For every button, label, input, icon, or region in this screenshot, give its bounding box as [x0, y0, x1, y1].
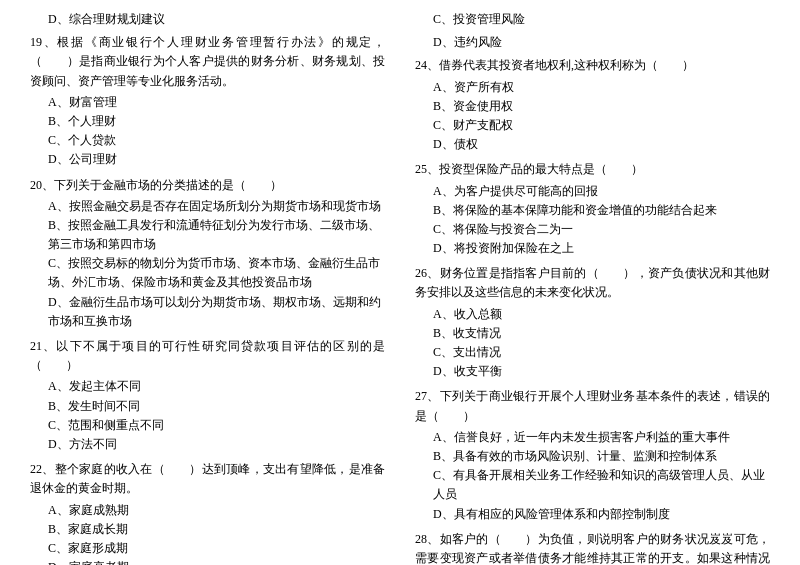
q25-option-d: D、将投资附加保险在之上 [415, 239, 770, 258]
question-20: 20、下列关于金融市场的分类描述的是（ ） A、按照金融交易是否存在固定场所划分… [30, 176, 385, 332]
q21-option-d: D、方法不同 [30, 435, 385, 454]
right-column: C、投资管理风险 D、违约风险 24、借券代表其投资者地权利,这种权利称为（ ）… [400, 10, 770, 565]
q22-option-b: B、家庭成长期 [30, 520, 385, 539]
q24-option-d: D、债权 [415, 135, 770, 154]
question-27: 27、下列关于商业银行开展个人理财业务基本条件的表述，错误的是（ ） A、信誉良… [415, 387, 770, 523]
question-24-text: 24、借券代表其投资者地权利,这种权利称为（ ） [415, 56, 770, 75]
question-26-text: 26、财务位置是指指客户目前的（ ），资产负债状况和其他财务安排以及这些信息的未… [415, 264, 770, 302]
left-column: D、综合理财规划建议 19、根据《商业银行个人理财业务管理暂行办法》的规定，（ … [30, 10, 400, 565]
q21-option-b: B、发生时间不同 [30, 397, 385, 416]
question-24: 24、借券代表其投资者地权利,这种权利称为（ ） A、资产所有权 B、资金使用权… [415, 56, 770, 154]
q27-option-c: C、有具备开展相关业务工作经验和知识的高级管理人员、从业人员 [415, 466, 770, 504]
q24-option-a: A、资产所有权 [415, 78, 770, 97]
question-19: 19、根据《商业银行个人理财业务管理暂行办法》的规定，（ ）是指商业银行为个人客… [30, 33, 385, 169]
q20-option-d: D、金融衍生品市场可以划分为期货市场、期权市场、远期和约市场和互换市场 [30, 293, 385, 331]
q26-option-a: A、收入总额 [415, 305, 770, 324]
question-27-text: 27、下列关于商业银行开展个人理财业务基本条件的表述，错误的是（ ） [415, 387, 770, 425]
page-content: D、综合理财规划建议 19、根据《商业银行个人理财业务管理暂行办法》的规定，（ … [30, 10, 770, 565]
q25-option-c: C、将保险与投资合二为一 [415, 220, 770, 239]
q26-option-d: D、收支平衡 [415, 362, 770, 381]
q26-option-b: B、收支情况 [415, 324, 770, 343]
question-26: 26、财务位置是指指客户目前的（ ），资产负债状况和其他财务安排以及这些信息的未… [415, 264, 770, 381]
q24-option-b: B、资金使用权 [415, 97, 770, 116]
q22-option-c: C、家庭形成期 [30, 539, 385, 558]
question-28: 28、如客户的（ ）为负值，则说明客户的财务状况岌岌可危，需要变现资产或者举借债… [415, 530, 770, 565]
d2-option-text: D、违约风险 [415, 33, 770, 52]
q19-option-d: D、公司理财 [30, 150, 385, 169]
question-20-text: 20、下列关于金融市场的分类描述的是（ ） [30, 176, 385, 195]
q20-option-a: A、按照金融交易是否存在固定场所划分为期货市场和现货市场 [30, 197, 385, 216]
top-c-option: C、投资管理风险 [415, 10, 770, 29]
question-28-text: 28、如客户的（ ）为负值，则说明客户的财务状况岌岌可危，需要变现资产或者举借债… [415, 530, 770, 565]
option-text: D、综合理财规划建议 [30, 10, 385, 29]
c-option-text: C、投资管理风险 [415, 10, 770, 29]
question-19-text: 19、根据《商业银行个人理财业务管理暂行办法》的规定，（ ）是指商业银行为个人客… [30, 33, 385, 91]
q19-option-b: B、个人理财 [30, 112, 385, 131]
q25-option-b: B、将保险的基本保障功能和资金增值的功能结合起来 [415, 201, 770, 220]
q27-option-b: B、具备有效的市场风险识别、计量、监测和控制体系 [415, 447, 770, 466]
two-column-layout: D、综合理财规划建议 19、根据《商业银行个人理财业务管理暂行办法》的规定，（ … [30, 10, 770, 565]
q27-option-a: A、信誉良好，近一年内未发生损害客户利益的重大事件 [415, 428, 770, 447]
question-21: 21、以下不属于项目的可行性研究同贷款项目评估的区别的是（ ） A、发起主体不同… [30, 337, 385, 454]
q22-option-a: A、家庭成熟期 [30, 501, 385, 520]
q19-option-a: A、财富管理 [30, 93, 385, 112]
q21-option-c: C、范围和侧重点不同 [30, 416, 385, 435]
question-21-text: 21、以下不属于项目的可行性研究同贷款项目评估的区别的是（ ） [30, 337, 385, 375]
q21-option-a: A、发起主体不同 [30, 377, 385, 396]
top-d-option: D、综合理财规划建议 [30, 10, 385, 29]
q22-option-d: D、家庭衰老期 [30, 558, 385, 565]
question-25-text: 25、投资型保险产品的最大特点是（ ） [415, 160, 770, 179]
question-22: 22、整个家庭的收入在（ ）达到顶峰，支出有望降低，是准备退休金的黄金时期。 A… [30, 460, 385, 565]
question-22-text: 22、整个家庭的收入在（ ）达到顶峰，支出有望降低，是准备退休金的黄金时期。 [30, 460, 385, 498]
q24-option-c: C、财产支配权 [415, 116, 770, 135]
q25-option-a: A、为客户提供尽可能高的回报 [415, 182, 770, 201]
q26-option-c: C、支出情况 [415, 343, 770, 362]
q19-option-c: C、个人贷款 [30, 131, 385, 150]
q27-option-d: D、具有相应的风险管理体系和内部控制制度 [415, 505, 770, 524]
question-25: 25、投资型保险产品的最大特点是（ ） A、为客户提供尽可能高的回报 B、将保险… [415, 160, 770, 258]
q20-option-b: B、按照金融工具发行和流通特征划分为发行市场、二级市场、第三市场和第四市场 [30, 216, 385, 254]
top-d2-option: D、违约风险 [415, 33, 770, 52]
q20-option-c: C、按照交易标的物划分为货币市场、资本市场、金融衍生品市场、外汇市场、保险市场和… [30, 254, 385, 292]
